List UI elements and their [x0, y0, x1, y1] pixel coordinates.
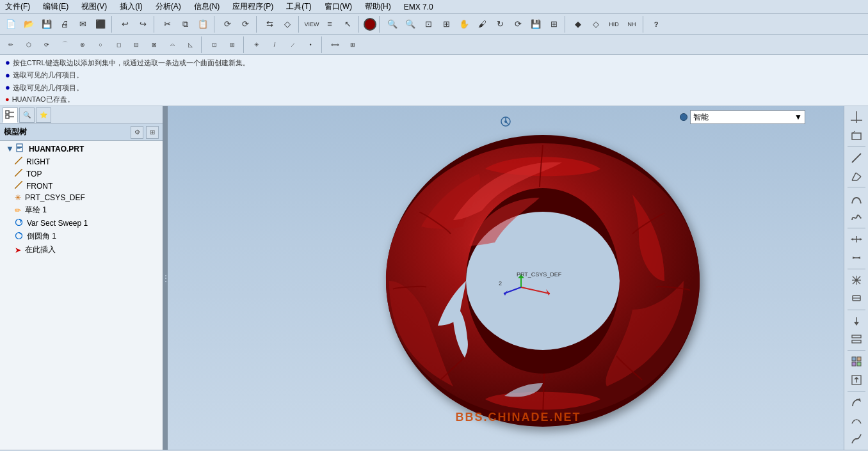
chamfer-button[interactable]: ◺	[182, 36, 198, 53]
mirror-button[interactable]: ⟺	[326, 36, 343, 53]
menu-view[interactable]: 视图(V)	[81, 1, 107, 12]
rt-spline[interactable]	[847, 209, 866, 225]
menu-file[interactable]: 文件(F)	[5, 1, 30, 12]
pattern-button[interactable]: ⊞	[344, 36, 361, 53]
cut-button[interactable]: ✂	[159, 16, 175, 33]
redo-button[interactable]: ↪	[134, 16, 151, 33]
menu-tools[interactable]: 工具(T)	[286, 1, 311, 12]
new-button[interactable]: 📄	[3, 16, 19, 33]
rt-line[interactable]	[847, 150, 866, 166]
email-button[interactable]: ✉	[74, 16, 91, 33]
3d-viewport[interactable]: 智能 ▼	[168, 106, 844, 450]
select-button[interactable]: ↖	[339, 16, 356, 33]
relations-button[interactable]: ⇆	[261, 16, 278, 33]
draft-button[interactable]: ⊠	[146, 36, 163, 53]
rt-feature[interactable]	[847, 290, 866, 306]
svg-rect-56	[852, 335, 861, 338]
rt-offset2[interactable]	[847, 412, 866, 429]
rt-surface[interactable]	[847, 127, 866, 143]
tree-item-sketch1[interactable]: ✏ 草绘 1	[0, 203, 163, 217]
layers-button[interactable]: ≡	[321, 16, 338, 33]
tree-item-right[interactable]: RIGHT	[0, 155, 163, 168]
hidden-button[interactable]: HID	[606, 16, 622, 33]
sketch-button[interactable]: ✏	[3, 36, 19, 53]
rt-export[interactable]	[847, 372, 866, 388]
tree-item-csys[interactable]: ✳ PRT_CSYS_DEF	[0, 192, 163, 203]
smart-dropdown-arrow: ▼	[794, 113, 802, 122]
help-button[interactable]: ?	[648, 16, 664, 33]
tree-item-insert[interactable]: ➤ 在此插入	[0, 243, 163, 257]
3d-view[interactable]: ⊞	[545, 16, 562, 33]
rt-plane[interactable]	[847, 168, 866, 184]
plane-button[interactable]: ⟋	[284, 36, 301, 53]
orient-button[interactable]: ⟳	[510, 16, 526, 33]
revolve-button[interactable]: ⟳	[38, 36, 55, 53]
tree-item-round1[interactable]: 倒圆角 1	[0, 230, 163, 243]
pan-button[interactable]: ✋	[456, 16, 472, 33]
save-view[interactable]: 💾	[527, 16, 544, 33]
menu-insert[interactable]: 插入(I)	[120, 1, 142, 12]
menu-emx[interactable]: EMX 7.0	[404, 3, 433, 12]
tab-model-tree[interactable]	[3, 107, 18, 123]
repaint-button[interactable]: 🖌	[474, 16, 490, 33]
tree-csys-icon: ✳	[15, 193, 21, 202]
paste-button[interactable]: 📋	[195, 16, 211, 33]
menu-analysis[interactable]: 分析(A)	[156, 1, 181, 12]
regenerate2-button[interactable]: ⟳	[237, 16, 253, 33]
tree-settings-button[interactable]: ⚙	[131, 126, 143, 139]
color-swatch[interactable]	[364, 18, 376, 31]
rt-contract[interactable]	[847, 249, 866, 265]
rt-perpendicular[interactable]	[847, 109, 866, 125]
tab-star[interactable]: ⭐	[36, 107, 51, 123]
undo-button[interactable]: ↩	[117, 16, 133, 33]
round-button[interactable]: ⌓	[164, 36, 181, 53]
view-manager[interactable]: VIEW	[303, 16, 320, 33]
tree-item-top[interactable]: TOP	[0, 168, 163, 180]
offset-button[interactable]: ⊞	[224, 36, 241, 53]
publish-button[interactable]: ⬛	[92, 16, 109, 33]
rib-button[interactable]: ⊟	[128, 36, 145, 53]
rt-curve[interactable]	[847, 190, 866, 207]
rt-layer[interactable]	[847, 331, 866, 347]
shell-button[interactable]: ◻	[110, 36, 127, 53]
shade-button[interactable]: ◆	[570, 16, 586, 33]
zoom-out-button[interactable]: 🔍	[402, 16, 419, 33]
zoom-in-button[interactable]: 🔍	[384, 16, 401, 33]
zoom-window[interactable]: ⊞	[438, 16, 454, 33]
regenerate-button[interactable]: ⟳	[219, 16, 236, 33]
open-button[interactable]: 📂	[20, 16, 37, 33]
menu-edit[interactable]: 编辑(E)	[43, 1, 68, 12]
tree-expand-button[interactable]: ⊞	[146, 126, 159, 139]
blend-button[interactable]: ⊗	[74, 36, 91, 53]
fit-all-button[interactable]: ⊡	[420, 16, 437, 33]
sweep-button[interactable]: ⌒	[56, 36, 73, 53]
menu-apps[interactable]: 应用程序(P)	[232, 1, 273, 12]
print-button[interactable]: 🖨	[56, 16, 73, 33]
extrude-button[interactable]: ⬡	[20, 36, 37, 53]
tree-item-root[interactable]: ▼ HUANTAO.PRT	[0, 142, 163, 155]
menu-info[interactable]: 信息(N)	[194, 1, 220, 12]
rt-curve2[interactable]	[847, 394, 866, 411]
hole-button[interactable]: ○	[92, 36, 109, 53]
rt-point-star[interactable]	[847, 272, 866, 289]
rt-intersect[interactable]	[847, 431, 866, 447]
rt-arrow-down[interactable]	[847, 312, 866, 329]
copy-button[interactable]: ⧉	[177, 16, 193, 33]
axis-button[interactable]: /	[266, 36, 283, 53]
csys-button[interactable]: ✳	[248, 36, 265, 53]
spin-button[interactable]: ↻	[492, 16, 508, 33]
svg-marker-64	[854, 377, 859, 379]
menu-window[interactable]: 窗口(W)	[325, 1, 352, 12]
rt-expand[interactable]	[847, 231, 866, 248]
dim-button[interactable]: ◇	[279, 16, 296, 33]
tree-item-front[interactable]: FRONT	[0, 180, 163, 192]
surface-button[interactable]: ⊡	[206, 36, 223, 53]
wireframe-button[interactable]: ◇	[588, 16, 604, 33]
no-hidden-button[interactable]: NH	[623, 16, 640, 33]
tree-item-sweep1[interactable]: Var Sect Sweep 1	[0, 217, 163, 230]
tab-search[interactable]: 🔍	[19, 107, 35, 123]
save-button[interactable]: 💾	[38, 16, 55, 33]
rt-palette[interactable]	[847, 353, 866, 370]
menu-help[interactable]: 帮助(H)	[365, 1, 391, 12]
point-button[interactable]: •	[302, 36, 319, 53]
